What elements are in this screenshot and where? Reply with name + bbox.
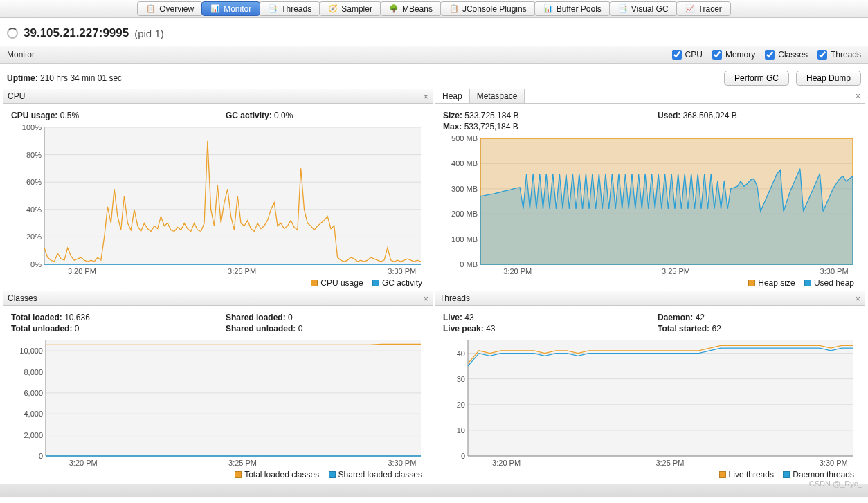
legend-swatch	[329, 471, 336, 478]
close-icon[interactable]: ×	[855, 293, 860, 304]
loading-spinner-icon	[7, 28, 18, 39]
threads-legend: Live threads Daemon threads	[443, 468, 857, 479]
threads-chart: 0102030403:20 PM3:25 PM3:30 PM	[443, 338, 857, 468]
svg-text:40%: 40%	[26, 205, 42, 214]
svg-text:3:20 PM: 3:20 PM	[503, 267, 532, 275]
legend-swatch	[804, 280, 811, 286]
check-threads[interactable]: Threads	[817, 50, 861, 60]
classes-panel-header: Classes ×	[3, 291, 433, 306]
svg-text:40: 40	[457, 349, 465, 358]
heap-used-stat: Used: 368,506,024 B	[658, 111, 844, 120]
svg-text:3:30 PM: 3:30 PM	[388, 267, 416, 275]
cpu-usage-stat: CPU usage: 0.5%	[11, 111, 198, 120]
close-icon[interactable]: ×	[851, 91, 865, 101]
heap-dump-button[interactable]: Heap Dump	[796, 71, 861, 86]
actions-row: Uptime: 210 hrs 34 min 01 sec Perform GC…	[0, 64, 868, 89]
threads-panel-header: Threads ×	[435, 291, 865, 306]
total-unloaded-stat: Total unloaded: 0	[11, 324, 198, 333]
panel-title: CPU	[8, 91, 25, 101]
svg-text:10,000: 10,000	[19, 347, 43, 355]
tab-label: MBeans	[402, 4, 433, 14]
svg-text:8,000: 8,000	[24, 368, 43, 376]
cpu-chart: 0%20%40%60%80%100%3:20 PM3:25 PM3:30 PM	[11, 125, 425, 277]
svg-text:0 MB: 0 MB	[460, 260, 478, 268]
visualgc-icon: 📑	[618, 4, 628, 14]
check-memory[interactable]: Memory	[712, 50, 755, 60]
chart-grid: CPU × CPU usage: 0.5% GC activity: 0.0% …	[0, 89, 868, 484]
tab-mbeans[interactable]: 🌳MBeans	[380, 1, 442, 16]
legend-swatch	[235, 471, 242, 478]
tab-jconsole[interactable]: 📋JConsole Plugins	[440, 1, 536, 16]
svg-text:3:25 PM: 3:25 PM	[655, 459, 684, 467]
total-started-stat: Total started: 62	[658, 324, 844, 333]
heap-panel: Heap Metaspace × Size: 533,725,184 B Max…	[435, 89, 865, 289]
tab-visual-gc[interactable]: 📑Visual GC	[609, 1, 678, 16]
classes-legend: Total loaded classes Shared loaded class…	[11, 468, 425, 479]
svg-text:100 MB: 100 MB	[451, 235, 478, 244]
heap-chart: 0 MB100 MB200 MB300 MB400 MB500 MB3:20 P…	[443, 136, 857, 277]
tab-tracer[interactable]: 📈Tracer	[676, 1, 731, 16]
watermark: CSDN @_Rye_	[809, 479, 862, 488]
tab-label: Tracer	[698, 4, 722, 14]
uptime: Uptime: 210 hrs 34 min 01 sec	[7, 73, 122, 83]
live-peak-stat: Live peak: 43	[443, 324, 630, 333]
close-icon[interactable]: ×	[423, 91, 428, 102]
svg-text:400 MB: 400 MB	[451, 159, 478, 167]
svg-text:3:25 PM: 3:25 PM	[228, 267, 256, 275]
pid-label: (pid 1)	[134, 28, 164, 39]
svg-text:2,000: 2,000	[24, 431, 43, 439]
panel-title: Threads	[440, 293, 470, 303]
svg-text:0%: 0%	[30, 260, 42, 268]
shared-loaded-stat: Shared loaded: 0	[226, 313, 413, 322]
status-bar	[0, 484, 868, 497]
mbeans-icon: 🌳	[389, 4, 399, 14]
svg-rect-54	[468, 340, 853, 456]
metaspace-tab[interactable]: Metaspace	[470, 89, 525, 103]
classes-checkbox[interactable]	[765, 50, 775, 60]
gc-activity-stat: GC activity: 0.0%	[226, 111, 413, 120]
cpu-checkbox[interactable]	[672, 50, 682, 60]
daemon-stat: Daemon: 42	[658, 313, 844, 322]
svg-text:0: 0	[461, 452, 465, 460]
page-header: 39.105.21.227:9995 (pid 1)	[0, 18, 868, 46]
tab-label: Monitor	[224, 4, 251, 14]
svg-text:20%: 20%	[26, 232, 42, 241]
close-icon[interactable]: ×	[423, 293, 428, 304]
tab-buffer-pools[interactable]: 📊Buffer Pools	[534, 1, 611, 16]
tab-label: Sampler	[341, 4, 372, 14]
check-cpu[interactable]: CPU	[672, 50, 703, 60]
tab-label: Overview	[159, 4, 194, 14]
tab-sampler[interactable]: 🧭Sampler	[319, 1, 381, 16]
legend-swatch	[748, 280, 755, 286]
cpu-legend: CPU usage GC activity	[11, 277, 425, 288]
svg-text:3:25 PM: 3:25 PM	[662, 267, 690, 275]
threads-checkbox[interactable]	[817, 50, 827, 60]
check-classes[interactable]: Classes	[765, 50, 808, 60]
svg-text:60%: 60%	[26, 178, 42, 186]
svg-text:10: 10	[457, 426, 465, 435]
cpu-panel: CPU × CPU usage: 0.5% GC activity: 0.0% …	[3, 89, 433, 289]
tab-monitor[interactable]: 📊Monitor	[201, 1, 260, 16]
monitor-toolbar: Monitor CPU Memory Classes Threads	[0, 46, 868, 64]
perform-gc-button[interactable]: Perform GC	[724, 71, 789, 86]
heap-tab[interactable]: Heap	[435, 89, 470, 103]
svg-text:3:20 PM: 3:20 PM	[68, 267, 96, 275]
tab-threads[interactable]: 📑Threads	[259, 1, 320, 16]
tab-overview[interactable]: 📋Overview	[137, 1, 203, 16]
classes-chart: 02,0004,0006,0008,00010,0003:20 PM3:25 P…	[11, 338, 425, 468]
memory-checkbox[interactable]	[712, 50, 722, 60]
sampler-icon: 🧭	[328, 4, 338, 14]
svg-text:0: 0	[39, 452, 43, 460]
svg-rect-0	[44, 127, 421, 264]
tab-label: Threads	[281, 4, 311, 14]
svg-text:200 MB: 200 MB	[451, 210, 478, 218]
legend-swatch	[783, 471, 790, 478]
svg-text:3:25 PM: 3:25 PM	[228, 459, 257, 467]
toolbar-title: Monitor	[7, 50, 35, 60]
threads-icon: 📑	[268, 4, 278, 14]
svg-text:3:30 PM: 3:30 PM	[820, 267, 849, 275]
threads-panel: Threads × Live: 43 Live peak: 43 Daemon:…	[435, 291, 865, 481]
svg-text:30: 30	[457, 375, 465, 383]
svg-rect-36	[46, 340, 421, 456]
heap-tabs: Heap Metaspace ×	[435, 89, 865, 104]
